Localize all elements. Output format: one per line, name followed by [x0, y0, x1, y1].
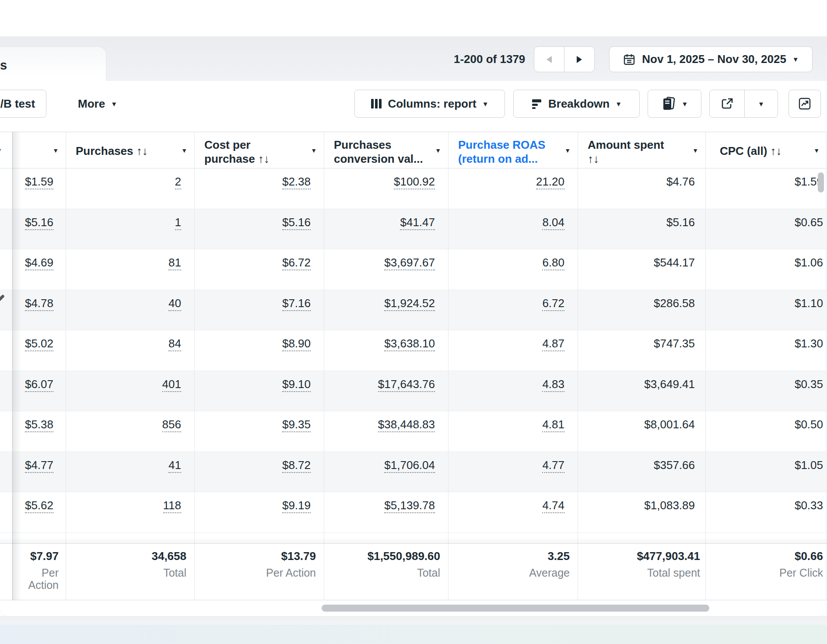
cell-value[interactable]: $9.10 — [282, 378, 311, 392]
column-header-purchases-conversion-value[interactable]: Purchasesconversion val...▼ — [324, 132, 449, 168]
column-options-caret[interactable]: ▼ — [53, 147, 59, 154]
columns-button[interactable]: Columns: report ▼ — [354, 90, 505, 118]
cell-value[interactable]: $1.59 — [25, 175, 53, 189]
cell-value[interactable]: $6.72 — [282, 256, 311, 270]
cell-value[interactable]: 41 — [168, 458, 181, 473]
cell-purchase-roas: 4.74 — [449, 492, 578, 532]
column-options-caret[interactable]: ▼ — [0, 147, 2, 154]
cell-value[interactable]: 40 — [168, 297, 181, 311]
cell-value[interactable]: $38,448.83 — [378, 418, 435, 432]
column-options-caret[interactable]: ▼ — [181, 147, 187, 154]
cell-value[interactable]: 4.74 — [542, 499, 564, 513]
cell-value[interactable]: 4.87 — [542, 337, 564, 351]
column-options-caret[interactable]: ▼ — [692, 147, 698, 154]
cell-value[interactable]: $5.02 — [25, 337, 53, 351]
cell-value[interactable]: $4.69 — [25, 256, 53, 270]
cell-value[interactable]: 21.20 — [536, 175, 564, 189]
cell-value[interactable]: 1 — [175, 216, 181, 230]
cell-cost-per-purchase: $8.90 — [195, 330, 324, 371]
cell-value[interactable]: 4.81 — [542, 418, 564, 432]
cell-purchases-conversion-value: $100.92 — [324, 168, 449, 209]
column-options-caret[interactable]: ▼ — [564, 147, 571, 154]
total-value: 3.25 — [449, 550, 570, 563]
next-page-button[interactable] — [564, 47, 594, 72]
cell-purchases: 41 — [66, 452, 195, 492]
cell-value[interactable]: $5.62 — [25, 499, 53, 513]
cell-value[interactable]: $3,697.67 — [384, 256, 435, 270]
date-range-label: Nov 1, 2025 – Nov 30, 2025 — [642, 52, 786, 66]
cell-purchase-roas: 8.04 — [449, 209, 578, 249]
totals-row: $7.97Per Action34,658Total$13.79Per Acti… — [0, 544, 827, 600]
cell-value[interactable]: $1,924.52 — [384, 297, 435, 311]
cell-value[interactable]: $3,638.10 — [384, 337, 435, 351]
cell-value[interactable]: $8.90 — [282, 337, 311, 351]
cell-value[interactable]: 6.72 — [542, 297, 564, 311]
cell-value[interactable]: $1,706.04 — [384, 458, 435, 473]
cell-purchases-conversion-value: $3,638.10 — [324, 330, 449, 371]
cell-value[interactable]: 84 — [168, 337, 181, 351]
cell-value[interactable]: $9.19 — [282, 499, 311, 513]
cell-value[interactable]: $9.35 — [282, 418, 311, 432]
cell-value[interactable]: $5.16 — [25, 216, 53, 230]
cell-value[interactable]: $17,643.76 — [378, 378, 435, 392]
cell-value[interactable]: 8.04 — [542, 216, 564, 230]
edit-pencil-icon[interactable] — [0, 292, 7, 305]
cell-value[interactable]: $5.16 — [282, 216, 311, 230]
breakdown-button[interactable]: Breakdown ▼ — [513, 90, 640, 118]
column-options-caret[interactable]: ▼ — [311, 147, 317, 154]
cell-value[interactable]: $7.16 — [282, 297, 311, 311]
cell-value[interactable]: $5.38 — [25, 418, 53, 432]
cell-value[interactable]: 81 — [168, 256, 181, 270]
cell-value[interactable]: 4.77 — [542, 458, 564, 473]
date-range-button[interactable]: Nov 1, 2025 – Nov 30, 2025 ▼ — [609, 46, 813, 72]
cell-cpc-all: $0.35 — [706, 371, 827, 411]
cell-value[interactable]: 118 — [163, 499, 181, 513]
cell-cpc-all: $0.33 — [706, 492, 827, 532]
export-button[interactable] — [710, 90, 744, 117]
ab-test-button[interactable]: A/B test — [0, 90, 46, 118]
cell-value[interactable]: $6.07 — [25, 378, 53, 392]
cell-cost-per-result: $5.62 — [13, 492, 66, 532]
cell-amount-spent: $3,649.41 — [578, 371, 706, 411]
table-row: $5.38856$9.35$38,448.834.81$8,001.64$0.5… — [0, 411, 827, 452]
prev-page-button[interactable] — [534, 47, 564, 72]
cell-value[interactable]: 2 — [175, 175, 181, 189]
export-options-button[interactable]: ▼ — [744, 90, 778, 117]
reports-button[interactable]: ▼ — [648, 90, 701, 118]
cell-value[interactable]: 401 — [162, 378, 181, 392]
cell-value: $0.50 — [795, 418, 823, 431]
view-charts-button[interactable] — [788, 90, 821, 118]
column-options-caret[interactable]: ▼ — [813, 147, 820, 154]
pagination-controls — [534, 46, 595, 72]
tab-ads[interactable]: s — [0, 47, 106, 81]
cell-value[interactable]: $8.72 — [282, 458, 311, 473]
column-header-pinned-left-edge[interactable]: ▼ — [0, 132, 13, 168]
column-header-cpc-all[interactable]: CPC (all) ↑↓▼ — [706, 132, 827, 168]
total-purchases-conversion-value: $1,550,989.60Total — [324, 544, 449, 600]
cell-value: $544.17 — [654, 256, 695, 269]
vertical-scrollbar-thumb[interactable] — [818, 172, 824, 192]
cell-value[interactable]: $2.38 — [282, 175, 311, 189]
cell-purchases: 81 — [66, 249, 195, 290]
more-button[interactable]: More ▼ — [78, 90, 117, 118]
column-header-purchase-roas[interactable]: Purchase ROAS(return on ad...▼ — [449, 132, 578, 168]
card-bottom-strip — [0, 616, 827, 625]
horizontal-scrollbar-thumb[interactable] — [322, 605, 709, 612]
cell-value[interactable]: 4.83 — [542, 378, 564, 392]
column-header-cost-per-result[interactable]: ▼ — [13, 132, 66, 168]
table-header-row: ▼▼Purchases ↑↓▼Cost perpurchase ↑↓▼Purch… — [0, 132, 827, 168]
cell-value[interactable]: $4.78 — [25, 297, 53, 311]
cell-value[interactable]: $4.77 — [25, 458, 53, 473]
cell-value[interactable]: $41.47 — [400, 216, 435, 230]
column-header-purchases[interactable]: Purchases ↑↓▼ — [66, 132, 195, 168]
cell-cpc-all: $0.50 — [706, 411, 827, 452]
column-header-cost-per-purchase[interactable]: Cost perpurchase ↑↓▼ — [195, 132, 324, 168]
cell-value[interactable]: $5,139.78 — [384, 499, 435, 513]
column-options-caret[interactable]: ▼ — [435, 147, 441, 154]
cell-value[interactable]: $100.92 — [394, 175, 435, 189]
cell-cost-per-result: $5.16 — [13, 209, 66, 249]
cell-value[interactable]: 856 — [162, 418, 181, 432]
cell-purchases: 856 — [66, 411, 195, 452]
column-header-amount-spent[interactable]: Amount spent↑↓▼ — [578, 132, 706, 168]
cell-value[interactable]: 6.80 — [542, 256, 564, 270]
